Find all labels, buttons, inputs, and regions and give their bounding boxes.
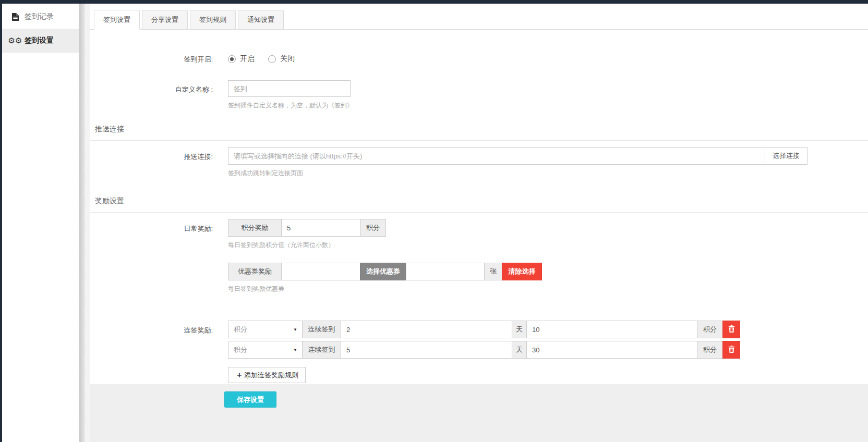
coupon-name-input	[281, 263, 360, 280]
sidebar-item-checkin-settings[interactable]: ⚙⚙ 签到设置	[2, 29, 79, 53]
main-panel: 签到设置 分享设置 签到规则 通知设置 签到开启: 开启 关闭	[90, 4, 868, 442]
tab-notify-settings[interactable]: 通知设置	[238, 10, 284, 30]
streak-amount-input[interactable]	[526, 341, 697, 359]
delete-streak-rule-button[interactable]	[722, 321, 740, 338]
points-unit-addon: 积分	[360, 219, 386, 237]
settings-form: 签到开启: 开启 关闭 自定义名称 : 签到插件自定义名称，为空，默认为《签到》	[90, 30, 868, 384]
custom-name-label: 自定义名称 :	[90, 80, 228, 110]
page-layout: 签到记录 ⚙⚙ 签到设置 签到设置 分享设置 签到规则 通知设置 签到开启: 开…	[0, 0, 868, 442]
top-bar	[0, 0, 868, 4]
radio-off[interactable]	[268, 55, 276, 63]
trash-icon	[728, 346, 735, 354]
tab-checkin-settings[interactable]: 签到设置	[94, 10, 140, 30]
choose-coupon-button[interactable]: 选择优惠券	[360, 263, 406, 280]
custom-name-row: 自定义名称 : 签到插件自定义名称，为空，默认为《签到》	[90, 80, 868, 110]
push-link-input[interactable]	[228, 147, 765, 165]
streak-amount-input[interactable]	[526, 321, 697, 338]
chevron-down-icon: ▼	[293, 348, 297, 352]
streak-rule-row: 积分 ▼ 连续签到 天 积分	[228, 341, 868, 359]
custom-name-input[interactable]	[228, 80, 351, 97]
coupon-reward-group: 优惠券奖励 选择优惠券 张 清除选择	[228, 263, 868, 280]
streak-type-select[interactable]: 积分 ▼	[228, 321, 303, 338]
sidebar-scrollbar[interactable]	[79, 4, 85, 442]
form-footer: 保存设置	[90, 384, 868, 442]
streak-days-unit-addon: 天	[512, 321, 527, 338]
coupon-unit-addon: 张	[484, 263, 502, 280]
push-link-row: 推送连接: 选择连接 签到成功跳转制定连接页面	[90, 147, 868, 178]
radio-off-label: 关闭	[280, 54, 295, 64]
streak-type-select[interactable]: 积分 ▼	[228, 341, 303, 359]
streak-amount-unit-addon: 积分	[697, 341, 723, 359]
radio-on-label: 开启	[240, 54, 255, 64]
sidebar-item-label: 签到记录	[25, 12, 54, 21]
clear-coupon-button[interactable]: 清除选择	[502, 263, 542, 280]
tab-checkin-rules[interactable]: 签到规则	[190, 10, 236, 30]
sidebar-item-checkin-records[interactable]: 签到记录	[2, 5, 79, 29]
streak-rule-row: 积分 ▼ 连续签到 天 积分	[228, 321, 868, 338]
delete-streak-rule-button[interactable]	[722, 341, 740, 359]
trash-icon	[728, 325, 735, 334]
radio-on[interactable]	[228, 55, 236, 63]
streak-amount-unit-addon: 积分	[697, 321, 723, 338]
push-link-label: 推送连接:	[90, 147, 228, 178]
streak-prefix-addon: 连续签到	[302, 321, 341, 338]
save-settings-button[interactable]: 保存设置	[224, 391, 276, 408]
streak-reward-row: 连签奖励: 积分 ▼ 连续签到 天 积分	[90, 321, 868, 383]
layout-gutter	[85, 4, 90, 442]
streak-days-input[interactable]	[341, 321, 512, 338]
tab-bar: 签到设置 分享设置 签到规则 通知设置	[90, 4, 868, 30]
sidebar: 签到记录 ⚙⚙ 签到设置	[2, 4, 79, 442]
streak-prefix-addon: 连续签到	[302, 341, 341, 359]
push-link-help: 签到成功跳转制定连接页面	[228, 169, 868, 178]
daily-reward-label: 日常奖励:	[90, 219, 228, 293]
chevron-down-icon: ▼	[293, 327, 297, 332]
streak-days-input[interactable]	[341, 341, 512, 359]
reward-section-title: 奖励设置	[90, 197, 868, 213]
daily-points-input[interactable]	[281, 219, 360, 237]
tab-share-settings[interactable]: 分享设置	[142, 10, 188, 30]
enable-radio-group: 开启 关闭	[228, 54, 868, 64]
gears-icon: ⚙⚙	[11, 37, 19, 45]
coupon-reward-addon: 优惠券奖励	[228, 263, 282, 280]
coupon-reward-help: 每日签到奖励优惠券	[228, 285, 868, 293]
plus-icon: ＋	[235, 370, 243, 380]
push-section-title: 推送连接	[90, 125, 868, 141]
daily-reward-row: 日常奖励: 积分奖励 积分 每日签到奖励积分值（允许两位小数） 优惠券奖励 选择…	[90, 219, 868, 293]
custom-name-help: 签到插件自定义名称，为空，默认为《签到》	[228, 101, 868, 110]
left-edge-bar	[0, 0, 2, 442]
file-text-icon	[11, 13, 19, 21]
points-reward-addon: 积分奖励	[228, 219, 282, 237]
sidebar-item-label: 签到设置	[25, 36, 54, 45]
choose-link-button[interactable]: 选择连接	[765, 147, 807, 165]
streak-days-unit-addon: 天	[512, 341, 527, 359]
enable-row: 签到开启: 开启 关闭	[90, 54, 868, 64]
streak-reward-label: 连签奖励:	[90, 321, 228, 383]
add-streak-rule-button[interactable]: ＋ 添加连签奖励规则	[228, 367, 306, 383]
coupon-count-input[interactable]	[406, 263, 485, 280]
daily-reward-help: 每日签到奖励积分值（允许两位小数）	[228, 241, 868, 250]
enable-label: 签到开启:	[90, 54, 228, 64]
